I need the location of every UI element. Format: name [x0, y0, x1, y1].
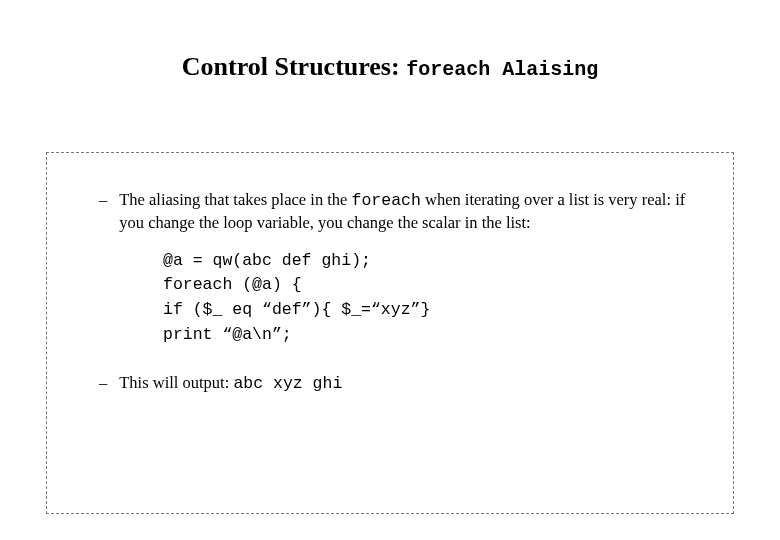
bullet-1-code: foreach: [352, 191, 421, 210]
slide-title: Control Structures: foreach Alaising: [0, 52, 780, 82]
bullet-2-pre: This will output:: [119, 373, 233, 392]
bullet-1-text: The aliasing that takes place in the for…: [119, 189, 705, 235]
bullet-dash: –: [99, 189, 107, 211]
title-main: Control Structures:: [182, 52, 400, 81]
bullet-dash: –: [99, 372, 107, 394]
bullet-2-code: abc xyz ghi: [233, 374, 342, 393]
slide: Control Structures: foreach Alaising – T…: [0, 52, 780, 540]
code-block: @a = qw(abc def ghi); foreach (@a) { if …: [163, 249, 705, 348]
bullet-2: – This will output: abc xyz ghi: [99, 372, 705, 395]
title-mono: foreach Alaising: [406, 58, 598, 81]
bullet-1: – The aliasing that takes place in the f…: [99, 189, 705, 235]
bullet-1-pre: The aliasing that takes place in the: [119, 190, 351, 209]
content-box: – The aliasing that takes place in the f…: [46, 152, 734, 514]
bullet-2-text: This will output: abc xyz ghi: [119, 372, 705, 395]
